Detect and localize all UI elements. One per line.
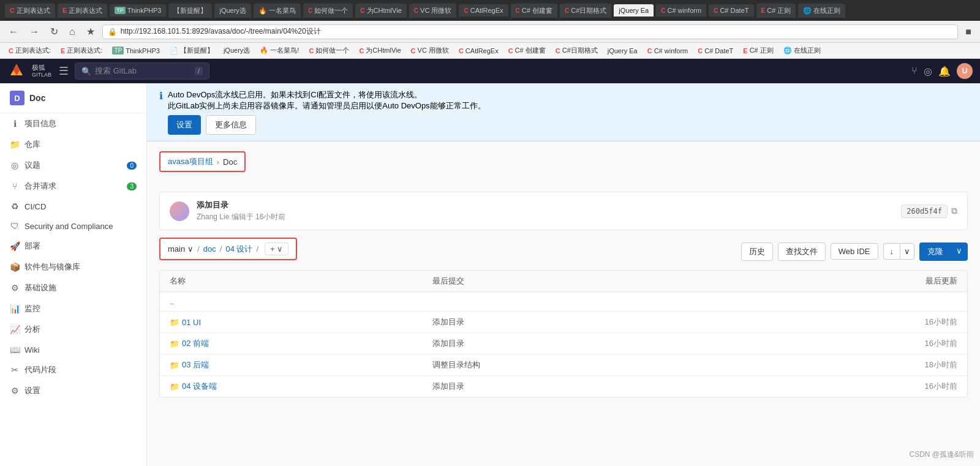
bookmark-jquery-ea[interactable]: jQuery Ea	[604, 46, 641, 56]
bookmark-cs-dt[interactable]: C C# DateT	[694, 46, 737, 56]
user-avatar[interactable]: U	[957, 63, 973, 79]
bookmark-jquery[interactable]: jQuery选	[220, 45, 254, 56]
add-chevron: ∨	[277, 244, 283, 254]
tab-cs-create[interactable]: C C# 创建窗	[511, 4, 557, 18]
tab-e-regex[interactable]: E 正则表达式	[58, 4, 107, 18]
path-separator-1: /	[197, 244, 200, 254]
notice-text-block: Auto DevOps流水线已启用。如果未找到CI配置文件，将使用该流水线。 此…	[168, 89, 486, 135]
main-content: ℹ Auto DevOps流水线已启用。如果未找到CI配置文件，将使用该流水线。…	[147, 83, 980, 466]
tab-c-regex1[interactable]: C 正则表达式	[5, 4, 55, 18]
infrastructure-icon: ⚙	[10, 283, 20, 293]
search-box[interactable]: 🔍 搜索 GitLab /	[75, 62, 209, 80]
path-design[interactable]: 04 设计	[225, 244, 252, 255]
sidebar-item-deploy[interactable]: 🚀 部署	[0, 236, 146, 257]
bookmark-vc[interactable]: C 为CHtmlVie	[355, 45, 404, 56]
add-file-button[interactable]: + ∨	[265, 242, 288, 255]
sidebar-item-security[interactable]: 🛡 Security and Compliance	[0, 216, 146, 236]
clone-main-button[interactable]: 克隆	[919, 242, 951, 261]
sidebar-item-snippets[interactable]: ✂ 代码片段	[0, 359, 146, 380]
copy-hash-icon[interactable]: ⧉	[951, 206, 957, 216]
history-button[interactable]: 历史	[741, 242, 773, 261]
forward-button[interactable]: →	[26, 25, 43, 39]
bookmark-novice[interactable]: 🔥 一名菜鸟!	[256, 45, 303, 56]
bookmark-tp[interactable]: TP ThinkPHP3	[108, 45, 163, 56]
tab-novice[interactable]: 🔥 一名菜鸟	[254, 4, 301, 18]
tab-reminder[interactable]: 【新提醒】	[168, 4, 212, 18]
clone-arrow-button[interactable]: ∨	[951, 242, 968, 261]
more-info-button[interactable]: 更多信息	[206, 115, 256, 135]
settings-button[interactable]: 设置	[168, 115, 201, 135]
bookmark-e-regex[interactable]: E 正则表达式:	[57, 45, 106, 56]
tab-cs-winform[interactable]: C C# winform	[656, 4, 706, 17]
reload-button[interactable]: ↻	[47, 24, 62, 39]
path-doc[interactable]: doc	[203, 244, 216, 254]
path-left: main ∨ / doc / 04 设计 / + ∨	[159, 238, 297, 265]
path-separator-3: /	[256, 244, 258, 254]
sidebar-item-infrastructure[interactable]: ⚙ 基础设施	[0, 277, 146, 298]
bookmark-how[interactable]: C 如何做一个	[305, 45, 353, 56]
file-commit-2: 调整目录结构	[432, 359, 695, 370]
sidebar-item-issues[interactable]: ◎ 议题 0	[0, 155, 146, 176]
commit-hash-badge[interactable]: 260d5f4f	[901, 205, 948, 218]
commit-details: 添加目录 Zhang Lie 编辑于 16小时前	[197, 200, 894, 222]
sidebar-item-packages[interactable]: 📦 软件包与镜像库	[0, 257, 146, 277]
commit-title: 添加目录	[197, 200, 894, 211]
file-time-3: 16小时前	[695, 381, 957, 392]
bookmark-online-re[interactable]: 🌐 在线正则	[780, 45, 824, 56]
file-name-3[interactable]: 📁 04 设备端	[170, 381, 432, 392]
browser-toolbar: ← → ↻ ⌂ ★ 🔒 http://192.168.101.51:8929/a…	[0, 21, 980, 43]
tab-catlregex[interactable]: C CAtlRegEx	[459, 4, 508, 17]
bookmark-cs-winform[interactable]: C C# winform	[644, 46, 692, 56]
download-main-button[interactable]: ↓	[883, 243, 900, 260]
sidebar-item-merge-requests[interactable]: ⑂ 合并请求 3	[0, 176, 146, 197]
sidebar-item-repository[interactable]: 📁 仓库	[0, 134, 146, 155]
tab-cs-regex[interactable]: E C# 正则	[756, 4, 796, 18]
parent-directory-row[interactable]: ..	[160, 292, 967, 312]
tab-how-to[interactable]: C 如何做一个	[303, 4, 353, 18]
breadcrumb-group[interactable]: avasa项目组	[168, 156, 213, 167]
nav-issue-icon[interactable]: ◎	[924, 66, 932, 77]
parent-dir-text: ..	[170, 297, 174, 306]
find-file-button[interactable]: 查找文件	[778, 242, 826, 261]
sidebar-item-cicd[interactable]: ♻ CI/CD	[0, 197, 146, 216]
tab-vc[interactable]: C VC 用微软	[409, 4, 457, 18]
bookmark-cs-re[interactable]: E C# 正则	[739, 45, 777, 56]
extensions-button[interactable]: ■	[962, 25, 975, 39]
tab-cs-datetime[interactable]: C C# DateT	[709, 4, 753, 17]
nav-notification-icon[interactable]: 🔔	[938, 66, 951, 77]
web-ide-button[interactable]: Web IDE	[831, 243, 878, 260]
file-name-0[interactable]: 📁 01 UI	[170, 318, 432, 327]
bookmark-c-regex[interactable]: C 正则表达式:	[5, 45, 55, 56]
bookmark-cs-create[interactable]: C C# 创建窗	[505, 45, 549, 56]
sidebar-item-wiki[interactable]: 📖 Wiki	[0, 340, 146, 359]
tab-jquery[interactable]: jQuery选	[214, 4, 251, 18]
hamburger-icon[interactable]: ☰	[59, 64, 69, 78]
sidebar-label-deploy: 部署	[24, 241, 40, 252]
download-arrow-button[interactable]: ∨	[900, 243, 914, 260]
folder-icon-2: 📁	[170, 361, 179, 370]
file-name-1[interactable]: 📁 02 前端	[170, 338, 432, 349]
sidebar-item-monitor[interactable]: 📊 监控	[0, 298, 146, 319]
sidebar-item-analytics[interactable]: 📈 分析	[0, 319, 146, 340]
bookmark-vc2[interactable]: C VC 用微软	[407, 45, 453, 56]
file-name-2[interactable]: 📁 03 后端	[170, 359, 432, 370]
bookmark-new[interactable]: 📄 【新提醒】	[166, 45, 217, 56]
browser-chrome: C 正则表达式 E 正则表达式 TP ThinkPHP3 【新提醒】 jQuer…	[0, 0, 980, 59]
tab-online-regex[interactable]: 🌐 在线正则	[798, 4, 845, 18]
commit-meta: Zhang Lie 编辑于 16小时前	[197, 212, 894, 222]
tab-chtmlview[interactable]: C 为CHtmlVie	[355, 4, 407, 18]
sidebar: D Doc ℹ 项目信息 📁 仓库 ◎ 议题 0 ⑂ 合并请求 3 ♻ CI/C…	[0, 83, 147, 466]
nav-merge-icon[interactable]: ⑂	[911, 66, 918, 77]
branch-selector[interactable]: main ∨	[168, 244, 194, 254]
sidebar-item-project-info[interactable]: ℹ 项目信息	[0, 113, 146, 134]
tab-cs-date[interactable]: C C#日期格式	[560, 4, 611, 18]
back-button[interactable]: ←	[5, 25, 22, 39]
tab-jquery-ea[interactable]: jQuery Ea	[614, 4, 654, 17]
sidebar-item-settings[interactable]: ⚙ 设置	[0, 380, 146, 401]
bookmark-button[interactable]: ★	[83, 24, 99, 39]
tab-thinkphp[interactable]: TP ThinkPHP3	[110, 4, 166, 17]
home-button[interactable]: ⌂	[66, 25, 79, 39]
address-bar[interactable]: 🔒 http://192.168.101.51:8929/avasa/doc/-…	[102, 24, 959, 39]
bookmark-cs-date-fmt[interactable]: C C#日期格式	[552, 45, 601, 56]
bookmark-catl[interactable]: C CAtlRegEx	[455, 46, 502, 56]
